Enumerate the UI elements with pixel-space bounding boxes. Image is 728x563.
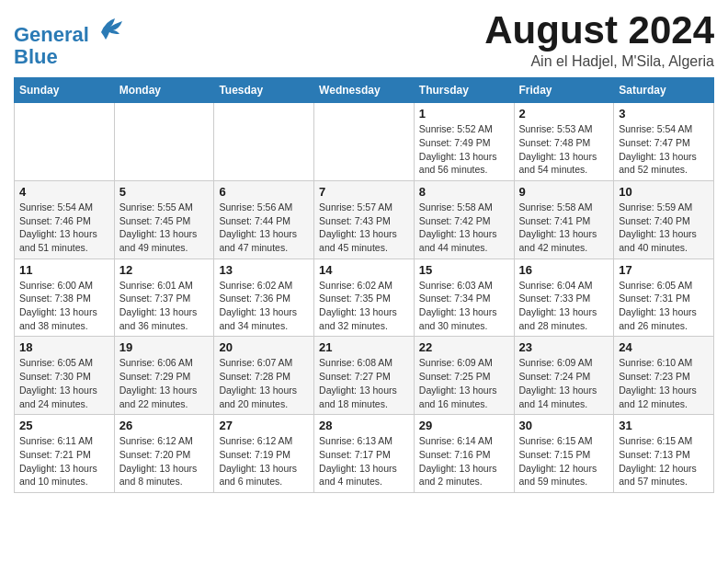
day-number: 3: [619, 107, 709, 121]
calendar-cell: [214, 103, 314, 181]
calendar-cell: [314, 103, 415, 181]
calendar-cell: [114, 103, 214, 181]
day-number: 5: [119, 185, 210, 199]
calendar-cell: 31Sunrise: 6:15 AM Sunset: 7:13 PM Dayli…: [614, 415, 714, 493]
calendar-cell: 23Sunrise: 6:09 AM Sunset: 7:24 PM Dayli…: [514, 337, 614, 415]
calendar-cell: 27Sunrise: 6:12 AM Sunset: 7:19 PM Dayli…: [214, 415, 314, 493]
day-number: 1: [419, 107, 509, 121]
calendar-cell: 3Sunrise: 5:54 AM Sunset: 7:47 PM Daylig…: [614, 103, 714, 181]
day-info: Sunrise: 6:12 AM Sunset: 7:20 PM Dayligh…: [119, 434, 210, 488]
month-title: August 2024: [484, 9, 714, 52]
calendar-cell: 4Sunrise: 5:54 AM Sunset: 7:46 PM Daylig…: [15, 180, 115, 259]
day-number: 17: [619, 263, 709, 277]
calendar-cell: 26Sunrise: 6:12 AM Sunset: 7:20 PM Dayli…: [114, 415, 214, 493]
day-info: Sunrise: 6:02 AM Sunset: 7:35 PM Dayligh…: [319, 279, 409, 333]
calendar-cell: 25Sunrise: 6:11 AM Sunset: 7:21 PM Dayli…: [15, 415, 115, 493]
day-info: Sunrise: 6:15 AM Sunset: 7:15 PM Dayligh…: [519, 434, 609, 488]
calendar-cell: 21Sunrise: 6:08 AM Sunset: 7:27 PM Dayli…: [314, 337, 415, 415]
day-info: Sunrise: 6:11 AM Sunset: 7:21 PM Dayligh…: [19, 434, 109, 488]
day-info: Sunrise: 6:08 AM Sunset: 7:27 PM Dayligh…: [319, 356, 409, 410]
week-row-2: 4Sunrise: 5:54 AM Sunset: 7:46 PM Daylig…: [15, 180, 714, 259]
day-info: Sunrise: 6:12 AM Sunset: 7:19 PM Dayligh…: [219, 434, 309, 488]
day-info: Sunrise: 6:15 AM Sunset: 7:13 PM Dayligh…: [619, 434, 709, 488]
logo: General Blue: [14, 14, 124, 68]
day-number: 24: [619, 340, 709, 354]
day-info: Sunrise: 5:55 AM Sunset: 7:45 PM Dayligh…: [119, 201, 210, 255]
weekday-header-row: SundayMondayTuesdayWednesdayThursdayFrid…: [15, 78, 714, 103]
weekday-header-thursday: Thursday: [414, 78, 514, 103]
calendar-table: SundayMondayTuesdayWednesdayThursdayFrid…: [14, 77, 714, 493]
day-info: Sunrise: 5:58 AM Sunset: 7:41 PM Dayligh…: [519, 201, 609, 255]
calendar-cell: 7Sunrise: 5:57 AM Sunset: 7:43 PM Daylig…: [314, 180, 415, 259]
day-info: Sunrise: 6:07 AM Sunset: 7:28 PM Dayligh…: [219, 356, 309, 410]
day-info: Sunrise: 5:58 AM Sunset: 7:42 PM Dayligh…: [419, 201, 509, 255]
day-number: 2: [519, 107, 609, 121]
week-row-1: 1Sunrise: 5:52 AM Sunset: 7:49 PM Daylig…: [15, 103, 714, 181]
calendar-cell: [15, 103, 115, 181]
calendar-cell: 28Sunrise: 6:13 AM Sunset: 7:17 PM Dayli…: [314, 415, 415, 493]
day-info: Sunrise: 6:01 AM Sunset: 7:37 PM Dayligh…: [119, 279, 210, 333]
day-number: 13: [219, 263, 309, 277]
day-number: 20: [219, 340, 309, 354]
day-info: Sunrise: 5:57 AM Sunset: 7:43 PM Dayligh…: [319, 201, 409, 255]
week-row-3: 11Sunrise: 6:00 AM Sunset: 7:38 PM Dayli…: [15, 259, 714, 337]
day-number: 23: [519, 340, 609, 354]
day-number: 4: [19, 185, 109, 199]
calendar-cell: 17Sunrise: 6:05 AM Sunset: 7:31 PM Dayli…: [614, 259, 714, 337]
day-info: Sunrise: 5:54 AM Sunset: 7:47 PM Dayligh…: [619, 122, 709, 177]
calendar-cell: 5Sunrise: 5:55 AM Sunset: 7:45 PM Daylig…: [114, 180, 214, 259]
day-info: Sunrise: 5:59 AM Sunset: 7:40 PM Dayligh…: [619, 201, 709, 255]
week-row-5: 25Sunrise: 6:11 AM Sunset: 7:21 PM Dayli…: [15, 415, 714, 493]
calendar-cell: 24Sunrise: 6:10 AM Sunset: 7:23 PM Dayli…: [614, 337, 714, 415]
day-number: 28: [319, 419, 409, 432]
title-section: August 2024 Ain el Hadjel, M'Sila, Alger…: [484, 9, 714, 70]
calendar-cell: 8Sunrise: 5:58 AM Sunset: 7:42 PM Daylig…: [414, 180, 514, 259]
calendar-cell: 18Sunrise: 6:05 AM Sunset: 7:30 PM Dayli…: [15, 337, 115, 415]
calendar-cell: 6Sunrise: 5:56 AM Sunset: 7:44 PM Daylig…: [214, 180, 314, 259]
calendar-cell: 20Sunrise: 6:07 AM Sunset: 7:28 PM Dayli…: [214, 337, 314, 415]
weekday-header-friday: Friday: [514, 78, 614, 103]
calendar-cell: 10Sunrise: 5:59 AM Sunset: 7:40 PM Dayli…: [614, 180, 714, 259]
day-info: Sunrise: 6:09 AM Sunset: 7:24 PM Dayligh…: [519, 356, 609, 410]
weekday-header-wednesday: Wednesday: [314, 78, 415, 103]
day-info: Sunrise: 6:00 AM Sunset: 7:38 PM Dayligh…: [19, 279, 109, 333]
calendar-cell: 19Sunrise: 6:06 AM Sunset: 7:29 PM Dayli…: [114, 337, 214, 415]
day-info: Sunrise: 5:54 AM Sunset: 7:46 PM Dayligh…: [19, 201, 109, 255]
day-number: 12: [119, 263, 210, 277]
calendar-cell: 1Sunrise: 5:52 AM Sunset: 7:49 PM Daylig…: [414, 103, 514, 181]
day-number: 6: [219, 185, 309, 199]
weekday-header-monday: Monday: [114, 78, 214, 103]
calendar-cell: 2Sunrise: 5:53 AM Sunset: 7:48 PM Daylig…: [514, 103, 614, 181]
day-info: Sunrise: 6:05 AM Sunset: 7:31 PM Dayligh…: [619, 279, 709, 333]
logo-blue: Blue: [14, 45, 58, 68]
calendar-cell: 15Sunrise: 6:03 AM Sunset: 7:34 PM Dayli…: [414, 259, 514, 337]
calendar-cell: 29Sunrise: 6:14 AM Sunset: 7:16 PM Dayli…: [414, 415, 514, 493]
day-number: 19: [119, 340, 210, 354]
logo-general: General: [14, 23, 89, 46]
calendar-cell: 14Sunrise: 6:02 AM Sunset: 7:35 PM Dayli…: [314, 259, 415, 337]
logo-bird-icon: [97, 14, 124, 41]
day-number: 29: [419, 419, 509, 432]
day-number: 14: [319, 263, 409, 277]
day-number: 11: [19, 263, 109, 277]
day-info: Sunrise: 6:14 AM Sunset: 7:16 PM Dayligh…: [419, 434, 509, 488]
day-number: 26: [119, 419, 210, 432]
calendar-cell: 9Sunrise: 5:58 AM Sunset: 7:41 PM Daylig…: [514, 180, 614, 259]
day-number: 16: [519, 263, 609, 277]
day-number: 30: [519, 419, 609, 432]
day-info: Sunrise: 6:05 AM Sunset: 7:30 PM Dayligh…: [19, 356, 109, 410]
calendar-cell: 11Sunrise: 6:00 AM Sunset: 7:38 PM Dayli…: [15, 259, 115, 337]
day-info: Sunrise: 6:02 AM Sunset: 7:36 PM Dayligh…: [219, 279, 309, 333]
day-info: Sunrise: 6:09 AM Sunset: 7:25 PM Dayligh…: [419, 356, 509, 410]
weekday-header-sunday: Sunday: [15, 78, 115, 103]
day-info: Sunrise: 6:04 AM Sunset: 7:33 PM Dayligh…: [519, 279, 609, 333]
calendar-cell: 13Sunrise: 6:02 AM Sunset: 7:36 PM Dayli…: [214, 259, 314, 337]
day-number: 18: [19, 340, 109, 354]
day-info: Sunrise: 6:13 AM Sunset: 7:17 PM Dayligh…: [319, 434, 409, 488]
page-header: General Blue August 2024 Ain el Hadjel, …: [14, 9, 714, 70]
day-info: Sunrise: 6:10 AM Sunset: 7:23 PM Dayligh…: [619, 356, 709, 410]
week-row-4: 18Sunrise: 6:05 AM Sunset: 7:30 PM Dayli…: [15, 337, 714, 415]
day-info: Sunrise: 5:52 AM Sunset: 7:49 PM Dayligh…: [419, 122, 509, 177]
day-info: Sunrise: 5:56 AM Sunset: 7:44 PM Dayligh…: [219, 201, 309, 255]
day-number: 10: [619, 185, 709, 199]
